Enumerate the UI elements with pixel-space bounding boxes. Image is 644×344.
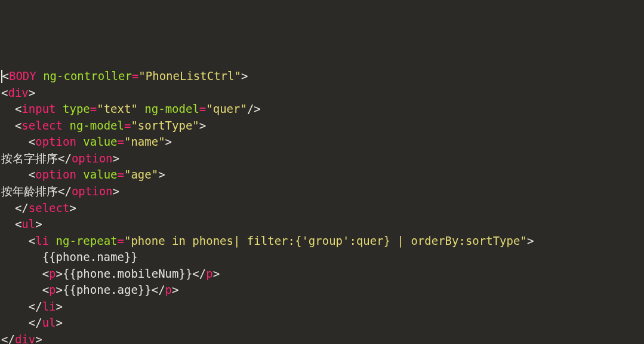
- code-line: </select>: [1, 201, 76, 214]
- code-editor[interactable]: <BODY ng-controller="PhoneListCtrl"> <di…: [1, 68, 643, 344]
- code-line: {{phone.name}}: [1, 250, 138, 263]
- text-cursor: [1, 70, 2, 83]
- code-line: <ul>: [1, 217, 42, 231]
- code-line: <select ng-model="sortType">: [1, 119, 206, 132]
- code-line: </ul>: [1, 316, 63, 329]
- code-line: </div>: [1, 333, 42, 344]
- code-line: <BODY ng-controller="PhoneListCtrl">: [2, 69, 248, 82]
- code-line: <option value="name">: [1, 135, 172, 148]
- code-line: <option value="age">: [1, 168, 165, 181]
- code-line: 按年龄排序</option>: [1, 185, 119, 198]
- code-line: <li ng-repeat="phone in phones| filter:{…: [1, 234, 534, 247]
- code-line: <p>{{phone.age}}</p>: [1, 283, 179, 296]
- code-line: <input type="text" ng-model="quer"/>: [1, 102, 261, 115]
- code-line: <div>: [1, 86, 35, 99]
- code-line: </li>: [1, 300, 63, 313]
- code-line: 按名字排序</option>: [1, 152, 119, 165]
- code-line: <p>{{phone.mobileNum}}</p>: [1, 267, 220, 280]
